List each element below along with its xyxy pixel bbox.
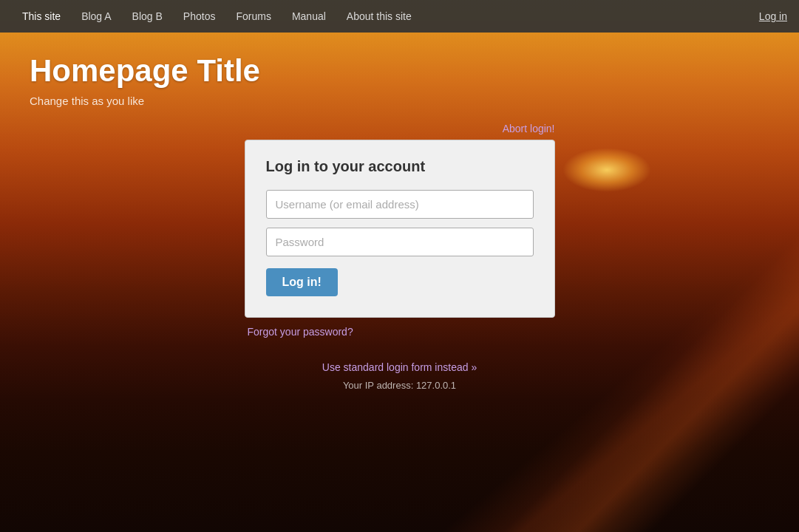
standard-login-link[interactable]: Use standard login form instead » [322, 361, 477, 373]
nav-brand[interactable]: This site [12, 0, 71, 33]
nav-item-about[interactable]: About this site [336, 0, 422, 33]
nav-item-blog-a[interactable]: Blog A [71, 0, 121, 33]
nav-items: This site Blog A Blog B Photos Forums Ma… [12, 0, 759, 33]
abort-link-container: Abort login! [245, 122, 555, 135]
abort-login-link[interactable]: Abort login! [503, 123, 555, 134]
hero-subtitle: Change this as you like [30, 95, 769, 107]
forgot-password-container: Forgot your password? [245, 325, 555, 338]
nav-item-forums[interactable]: Forums [225, 0, 281, 33]
forgot-password-link[interactable]: Forgot your password? [248, 326, 353, 338]
login-wrapper: Abort login! Log in to your account Log … [0, 122, 799, 391]
standard-login-container: Use standard login form instead » Your I… [322, 361, 477, 391]
ip-info: Your IP address: 127.0.0.1 [322, 380, 477, 391]
hero-title: Homepage Title [30, 53, 769, 89]
username-input[interactable] [266, 190, 534, 219]
nav-login-link[interactable]: Log in [759, 10, 787, 22]
login-box: Log in to your account Log in! [245, 140, 555, 318]
login-box-title: Log in to your account [266, 158, 534, 175]
nav-item-manual[interactable]: Manual [282, 0, 336, 33]
nav-item-photos[interactable]: Photos [173, 0, 226, 33]
password-input[interactable] [266, 228, 534, 256]
navbar: This site Blog A Blog B Photos Forums Ma… [0, 0, 799, 33]
login-button[interactable]: Log in! [266, 268, 338, 296]
hero-section: Homepage Title Change this as you like [0, 33, 799, 107]
nav-item-blog-b[interactable]: Blog B [122, 0, 173, 33]
